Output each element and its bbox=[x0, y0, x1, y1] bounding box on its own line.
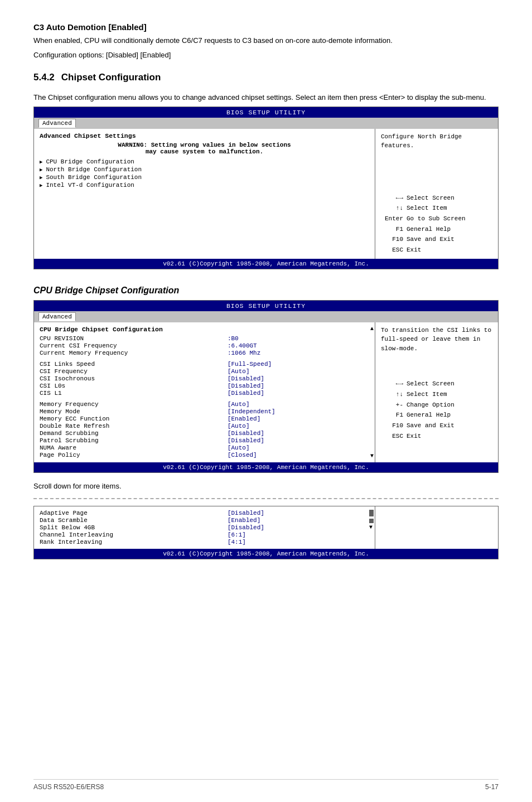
bios-config-rows-2: Memory Frequency[Auto]Memory Mode[Indepe… bbox=[40, 401, 369, 458]
bios-config-row[interactable]: Demand Scrubbing[Disabled] bbox=[40, 430, 369, 437]
bios-help-text-2: To transition the CSI links to full-spee… bbox=[381, 326, 492, 354]
bios-config-row[interactable]: Data Scramble[Enabled] bbox=[40, 517, 369, 524]
cpu-bridge-section-title: CPU Bridge Chipset Configuration bbox=[33, 286, 499, 296]
dashed-separator bbox=[33, 498, 499, 499]
bios-header-1: BIOS SETUP UTILITY bbox=[34, 107, 498, 118]
c3-description: When enabled, CPU will conditionally dem… bbox=[33, 35, 499, 46]
footer-left: ASUS RS520-E6/ERS8 bbox=[33, 783, 104, 791]
bios-config-row[interactable]: Adaptive Page[Disabled] bbox=[40, 510, 369, 516]
scroll-note: Scroll down for more items. bbox=[33, 481, 499, 492]
bios-scroll-box: Adaptive Page[Disabled]Data Scramble[Ena… bbox=[33, 506, 499, 559]
c3-title: C3 Auto Demotion [Enabled] bbox=[33, 22, 499, 32]
chipset-description: The Chipset configuration menu allows yo… bbox=[33, 92, 499, 103]
bios-key-row: F1General Help bbox=[381, 224, 492, 235]
bios-menu-item[interactable]: Intel VT-d Configuration bbox=[40, 182, 369, 189]
bios3-config-rows: Adaptive Page[Disabled]Data Scramble[Ena… bbox=[40, 510, 369, 545]
bios-section-header-2: CPU Bridge Chipset Configuration bbox=[40, 326, 369, 333]
bios-key-row: ←→Select Screen bbox=[381, 379, 492, 389]
bios-section-header-1: Advanced Chipset Settings bbox=[40, 132, 369, 139]
bios-config-row[interactable]: Memory ECC Function[Enabled] bbox=[40, 416, 369, 422]
bios-config-row[interactable]: NUMA Aware[Auto] bbox=[40, 445, 369, 451]
c3-config-options: Configuration options: [Disabled] [Enabl… bbox=[33, 50, 499, 61]
bios-menu-item[interactable]: South Bridge Configuration bbox=[40, 174, 369, 181]
bios-tab-advanced-2[interactable]: Advanced bbox=[38, 312, 76, 321]
bios-config-row[interactable]: Memory Mode[Independent] bbox=[40, 408, 369, 415]
bios-keys-1: ←→Select Screen↑↓Select ItemEnterGo to S… bbox=[381, 193, 492, 255]
bios-config-row[interactable]: Patrol Scrubbing[Disabled] bbox=[40, 437, 369, 444]
bios-cpu-bridge-box: BIOS SETUP UTILITY Advanced ▲ CPU Bridge… bbox=[33, 300, 499, 473]
bios-config-row[interactable]: Page Policy[Closed] bbox=[40, 452, 369, 458]
chipset-section: 5.4.2 Chipset Configuration The Chipset … bbox=[33, 72, 499, 103]
bios-key-row: ESCExit bbox=[381, 245, 492, 255]
bios-key-row: ↑↓Select Item bbox=[381, 389, 492, 400]
bios-right-2: To transition the CSI links to full-spee… bbox=[375, 322, 498, 462]
bios-config-row[interactable]: CIS L1[Disabled] bbox=[40, 390, 369, 397]
bios-content-1: Advanced Chipset Settings WARNING: Setti… bbox=[34, 129, 498, 259]
bios-menu-item[interactable]: CPU Bridge Configuration bbox=[40, 158, 369, 165]
bios-key-row: F10Save and Exit bbox=[381, 421, 492, 431]
bios-info-rows: CPU REVISION:B0Current CSI Frequency:6.4… bbox=[40, 335, 369, 356]
chipset-title: Chipset Configuration bbox=[61, 72, 161, 83]
bios-key-row: ←→Select Screen bbox=[381, 193, 492, 204]
bios-config-row[interactable]: CSI Frequency[Auto] bbox=[40, 368, 369, 375]
bios-key-row: EnterGo to Sub Screen bbox=[381, 214, 492, 224]
bios-tab-advanced-1[interactable]: Advanced bbox=[38, 119, 76, 128]
page-footer: ASUS RS520-E6/ERS8 5-17 bbox=[33, 779, 499, 791]
bios-right-1: Configure North Bridge features. ←→Selec… bbox=[375, 129, 498, 259]
bios-info-row: CPU REVISION:B0 bbox=[40, 335, 369, 342]
bios-config-row[interactable]: CSI Links Speed[Full-Speed] bbox=[40, 361, 369, 368]
bios-key-row: F1General Help bbox=[381, 410, 492, 421]
bios-tab-row-1: Advanced bbox=[34, 118, 498, 129]
bios-footer-2: v02.61 (C)Copyright 1985-2008, American … bbox=[34, 462, 498, 472]
bios-chipset-box: BIOS SETUP UTILITY Advanced Advanced Chi… bbox=[33, 107, 499, 269]
bios-key-row: ↑↓Select Item bbox=[381, 203, 492, 214]
bios-config-row[interactable]: Split Below 4GB[Disabled] bbox=[40, 524, 369, 531]
bios-config-row[interactable]: Memory Frequency[Auto] bbox=[40, 401, 369, 408]
bios-footer-3: v02.61 (C)Copyright 1985-2008, American … bbox=[34, 549, 498, 559]
bios-config-row[interactable]: Double Rate Refresh[Auto] bbox=[40, 423, 369, 429]
bios-menu-list: CPU Bridge ConfigurationNorth Bridge Con… bbox=[40, 158, 369, 189]
bios-left-1: Advanced Chipset Settings WARNING: Setti… bbox=[34, 129, 375, 259]
bios-left-3: Adaptive Page[Disabled]Data Scramble[Ena… bbox=[34, 506, 375, 549]
footer-right: 5-17 bbox=[485, 783, 499, 791]
bios-help-text-1: Configure North Bridge features. bbox=[381, 132, 492, 151]
bios-config-rows-1: CSI Links Speed[Full-Speed]CSI Frequency… bbox=[40, 361, 369, 397]
bios-info-row: Current CSI Frequency:6.400GT bbox=[40, 342, 369, 349]
bios-content-3: Adaptive Page[Disabled]Data Scramble[Ena… bbox=[34, 506, 498, 549]
bios-header-2: BIOS SETUP UTILITY bbox=[34, 301, 498, 311]
bios-content-2: ▲ CPU Bridge Chipset Configuration CPU R… bbox=[34, 322, 498, 462]
bios-key-row: ESCExit bbox=[381, 431, 492, 442]
bios-right-3 bbox=[375, 506, 498, 549]
bios-info-row: Current Memory Frequency:1066 Mhz bbox=[40, 350, 369, 356]
c3-section: C3 Auto Demotion [Enabled] When enabled,… bbox=[33, 22, 499, 60]
bios-key-row: +-Change Option bbox=[381, 400, 492, 410]
bios-menu-item[interactable]: North Bridge Configuration bbox=[40, 166, 369, 173]
bios-config-row[interactable]: Rank Interleaving[4:1] bbox=[40, 539, 369, 545]
bios-warning: WARNING: Setting wrong values in below s… bbox=[40, 142, 369, 155]
bios-config-row[interactable]: CSI L0s[Disabled] bbox=[40, 383, 369, 389]
bios-keys-2: ←→Select Screen↑↓Select Item+-Change Opt… bbox=[381, 379, 492, 441]
bios-left-2: ▲ CPU Bridge Chipset Configuration CPU R… bbox=[34, 322, 375, 462]
bios-config-row[interactable]: CSI Isochronous[Disabled] bbox=[40, 375, 369, 382]
bios-footer-1: v02.61 (C)Copyright 1985-2008, American … bbox=[34, 259, 498, 269]
bios-key-row: F10Save and Exit bbox=[381, 234, 492, 245]
chipset-number: 5.4.2 bbox=[33, 72, 55, 83]
bios-config-row[interactable]: Channel Interleaving[6:1] bbox=[40, 532, 369, 538]
bios-tab-row-2: Advanced bbox=[34, 311, 498, 322]
